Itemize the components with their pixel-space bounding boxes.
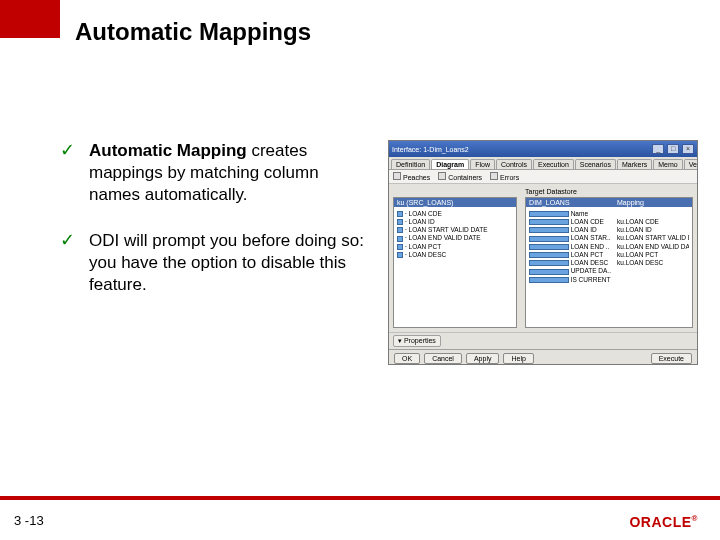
tab-scenarios[interactable]: Scenarios: [575, 159, 616, 169]
apply-button[interactable]: Apply: [466, 353, 500, 364]
bullet-text: Automatic Mapping creates mappings by ma…: [89, 140, 370, 206]
source-label: [393, 188, 517, 197]
ok-button[interactable]: OK: [394, 353, 420, 364]
page-number: 3 -13: [14, 513, 44, 528]
properties-bar: ▾ Properties: [389, 332, 697, 349]
tab-definition[interactable]: Definition: [391, 159, 430, 169]
cancel-button[interactable]: Cancel: [424, 353, 462, 364]
window-buttons: _ □ ×: [651, 144, 694, 154]
check-icon: ✓: [60, 230, 75, 252]
window-titlebar: Interface: 1-Dim_Loans2 _ □ ×: [389, 141, 697, 157]
source-column[interactable]: · LOAN START VALID DATE: [397, 226, 513, 234]
slide-title: Automatic Mappings: [75, 18, 311, 46]
target-mapping-row[interactable]: IS CURRENT: [529, 275, 689, 283]
sub-item[interactable]: Errors: [490, 172, 519, 181]
embedded-app-window: Interface: 1-Dim_Loans2 _ □ × Definition…: [388, 140, 698, 365]
target-mapping-list: NameLOAN CDEku.LOAN CDELOAN IDku.LOAN ID…: [526, 207, 692, 286]
target-panel: DIM_LOANS Mapping NameLOAN CDEku.LOAN CD…: [525, 197, 693, 328]
target-mapping-row[interactable]: LOAN CDEku.LOAN CDE: [529, 217, 689, 225]
oracle-logo: ORACLE®: [629, 514, 698, 530]
sub-toolbar: PeachesContainersErrors: [389, 170, 697, 184]
bullet-item: ✓ ODI will prompt you before doing so: y…: [60, 230, 370, 296]
source-column[interactable]: · LOAN END VALID DATE: [397, 234, 513, 242]
tab-version[interactable]: Version: [684, 159, 698, 169]
target-panel-wrap: Target Datastore DIM_LOANS Mapping NameL…: [525, 188, 693, 328]
footer-red-bar: [0, 496, 720, 500]
source-column[interactable]: · LOAN CDE: [397, 209, 513, 217]
bullet-list: ✓ Automatic Mapping creates mappings by …: [60, 140, 370, 321]
source-panel-wrap: ku (SRC_LOANS) · LOAN CDE· LOAN ID· LOAN…: [393, 188, 517, 328]
source-column[interactable]: · LOAN ID: [397, 217, 513, 225]
target-label: Target Datastore: [525, 188, 693, 197]
editor-body: ku (SRC_LOANS) · LOAN CDE· LOAN ID· LOAN…: [389, 184, 697, 332]
target-mapping-row[interactable]: LOAN DESCku.LOAN DESC: [529, 259, 689, 267]
dialog-footer: OKCancelApplyHelp Execute: [389, 349, 697, 365]
execute-button[interactable]: Execute: [651, 353, 692, 364]
tab-flow[interactable]: Flow: [470, 159, 495, 169]
target-mapping-row[interactable]: Name: [529, 209, 689, 217]
check-icon: ✓: [60, 140, 75, 162]
source-header: ku (SRC_LOANS): [394, 198, 516, 207]
target-mapping-row[interactable]: LOAN PCTku.LOAN PCT: [529, 250, 689, 258]
footer-right-group: Execute: [651, 353, 692, 364]
maximize-icon[interactable]: □: [667, 144, 679, 154]
sub-item[interactable]: Peaches: [393, 172, 430, 181]
source-column-list: · LOAN CDE· LOAN ID· LOAN START VALID DA…: [394, 207, 516, 261]
sub-item[interactable]: Containers: [438, 172, 482, 181]
source-column[interactable]: · LOAN DESC: [397, 250, 513, 258]
close-icon[interactable]: ×: [682, 144, 694, 154]
minimize-icon[interactable]: _: [652, 144, 664, 154]
target-mapping-row[interactable]: UPDATE DA..: [529, 267, 689, 275]
source-column[interactable]: · LOAN PCT: [397, 242, 513, 250]
bullet-item: ✓ Automatic Mapping creates mappings by …: [60, 140, 370, 206]
source-panel: ku (SRC_LOANS) · LOAN CDE· LOAN ID· LOAN…: [393, 197, 517, 328]
target-mapping-row[interactable]: LOAN IDku.LOAN ID: [529, 226, 689, 234]
tab-bar: DefinitionDiagramFlowControlsExecutionSc…: [389, 157, 697, 170]
tab-controls[interactable]: Controls: [496, 159, 532, 169]
target-header: DIM_LOANS Mapping: [526, 198, 692, 207]
brand-red-block: [0, 0, 60, 38]
tab-execution[interactable]: Execution: [533, 159, 574, 169]
help-button[interactable]: Help: [503, 353, 533, 364]
tab-diagram[interactable]: Diagram: [431, 159, 469, 169]
window-title: Interface: 1-Dim_Loans2: [392, 146, 469, 153]
tab-memo[interactable]: Memo: [653, 159, 682, 169]
target-mapping-row[interactable]: LOAN END ..ku.LOAN END VALID DATE: [529, 242, 689, 250]
tab-markers[interactable]: Markers: [617, 159, 652, 169]
target-mapping-row[interactable]: LOAN STAR..ku.LOAN START VALID DATE: [529, 234, 689, 242]
bullet-text: ODI will prompt you before doing so: you…: [89, 230, 370, 296]
properties-toggle[interactable]: ▾ Properties: [393, 335, 441, 347]
footer-left-group: OKCancelApplyHelp: [394, 353, 534, 364]
